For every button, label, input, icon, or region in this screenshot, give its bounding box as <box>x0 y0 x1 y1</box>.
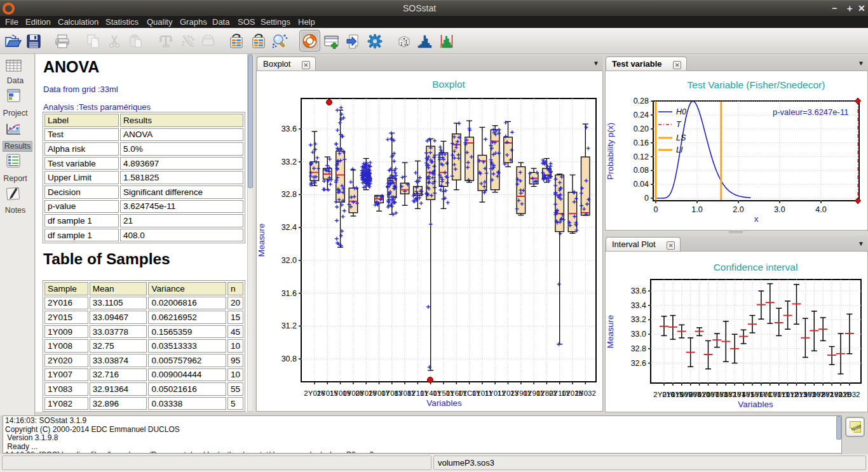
svg-text:0: 0 <box>644 194 649 203</box>
svg-text:Variables: Variables <box>738 400 773 409</box>
svg-text:2.0: 2.0 <box>733 205 743 214</box>
svg-text:32.8: 32.8 <box>281 190 297 199</box>
svg-text:Variables: Variables <box>426 398 462 408</box>
svg-text:0.28: 0.28 <box>634 97 649 105</box>
svg-text:x: x <box>754 214 759 224</box>
svg-text:0: 0 <box>654 205 658 214</box>
svg-text:Measure: Measure <box>606 315 615 349</box>
svg-text:33.6: 33.6 <box>631 287 646 295</box>
svg-text:Measure: Measure <box>257 224 266 257</box>
svg-text:0.04: 0.04 <box>634 180 649 189</box>
svg-text:31.6: 31.6 <box>281 289 297 298</box>
svg-text:0.12: 0.12 <box>634 152 649 161</box>
svg-text:4.0: 4.0 <box>815 205 826 214</box>
svg-text:H0: H0 <box>676 107 686 116</box>
svg-text:LS: LS <box>676 133 686 142</box>
svg-text:Test Variable (Fisher/Snedecor: Test Variable (Fisher/Snedecor) <box>688 79 825 90</box>
svg-text:3.0: 3.0 <box>774 205 785 214</box>
svg-text:31.2: 31.2 <box>281 321 297 330</box>
svg-text:Probability p(x): Probability p(x) <box>606 123 615 180</box>
svg-text:30.8: 30.8 <box>281 354 297 363</box>
svg-text:32.4: 32.4 <box>281 223 297 232</box>
svg-text:1Y032: 1Y032 <box>575 389 596 397</box>
svg-text:Confidence interval: Confidence interval <box>714 262 798 273</box>
svg-text:Boxplot: Boxplot <box>432 79 465 90</box>
svg-text:33.2: 33.2 <box>631 315 646 324</box>
svg-text:33.0: 33.0 <box>631 330 646 339</box>
svg-text:0.24: 0.24 <box>634 111 649 119</box>
svg-text:p-valeur=3.6247e-11: p-valeur=3.6247e-11 <box>773 107 848 117</box>
svg-text:1Y032: 1Y032 <box>839 391 860 398</box>
svg-text:32.0: 32.0 <box>281 256 297 265</box>
svg-text:0.20: 0.20 <box>634 125 649 133</box>
svg-text:32.6: 32.6 <box>631 359 646 368</box>
svg-text:33.4: 33.4 <box>631 301 646 310</box>
svg-text:0.08: 0.08 <box>634 166 649 175</box>
svg-text:33.2: 33.2 <box>281 158 297 166</box>
svg-text:32.8: 32.8 <box>631 344 646 353</box>
svg-text:0.16: 0.16 <box>634 138 649 147</box>
svg-text:LI: LI <box>676 145 683 154</box>
svg-text:1.0: 1.0 <box>691 205 702 214</box>
svg-text:33.6: 33.6 <box>281 125 297 133</box>
